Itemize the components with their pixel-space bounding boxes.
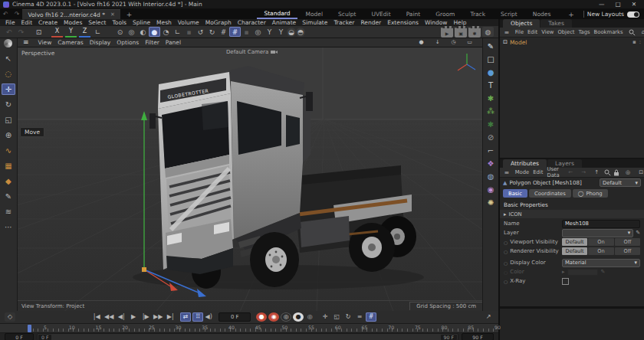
isolate-icon[interactable]: ◒: [287, 28, 296, 37]
target-icon[interactable]: ◎: [623, 169, 633, 176]
redo-icon[interactable]: ↷: [15, 27, 27, 37]
search-icon[interactable]: [604, 169, 611, 176]
volume-icon[interactable]: ❖: [485, 158, 497, 168]
layout-tab-nodes[interactable]: Nodes: [526, 10, 557, 18]
forward-arrow-icon[interactable]: →: [578, 169, 589, 176]
spline-boolean-icon[interactable]: ⌐: [485, 145, 497, 155]
param-circle-icon[interactable]: ○: [504, 249, 508, 254]
light-icon[interactable]: ✺: [485, 197, 497, 208]
range-slider[interactable]: 0 F 90 F: [37, 333, 458, 340]
live-selection-tool[interactable]: ◌: [2, 68, 15, 80]
menu-item[interactable]: Simulate: [299, 19, 330, 26]
lock-icon[interactable]: [613, 169, 620, 176]
render-picture-viewer-button[interactable]: ▣: [455, 26, 467, 38]
keyframe-snap-button[interactable]: #: [366, 312, 376, 322]
home-icon[interactable]: ⌂: [638, 29, 644, 36]
simulation-mode-icon[interactable]: ●: [149, 27, 160, 37]
range-start-field[interactable]: 0 F: [5, 333, 34, 340]
document-tab-close-icon[interactable]: ✕: [110, 11, 115, 18]
keying-settings-button[interactable]: ◎: [304, 312, 315, 322]
vv-default-button[interactable]: Default: [562, 238, 587, 246]
render-settings-button[interactable]: ✱: [468, 26, 481, 38]
axis-y-button[interactable]: Y: [65, 27, 77, 38]
object-tree-row[interactable]: ⊡ Model ▪ :: [500, 38, 644, 47]
workplane-icon[interactable]: Y: [264, 27, 275, 37]
history-icon[interactable]: ⊡: [33, 27, 44, 37]
next-key-button[interactable]: ▶▶: [153, 312, 163, 322]
rv-default-button[interactable]: Default: [562, 247, 587, 255]
coord-system-icon[interactable]: ∟: [92, 27, 104, 37]
snap-icon[interactable]: #: [218, 27, 229, 37]
viewport-menu-item[interactable]: View: [34, 39, 54, 46]
rv-on-button[interactable]: On: [588, 247, 613, 255]
render-region-icon[interactable]: ◍: [482, 27, 494, 37]
play-button[interactable]: ▶: [128, 312, 139, 322]
maximize-button[interactable]: □: [616, 1, 621, 8]
layout-tab-groom[interactable]: Groom: [429, 10, 462, 18]
snap-tool[interactable]: ∿: [2, 145, 15, 156]
back-arrow-icon[interactable]: ←: [565, 169, 576, 176]
spline-pen-icon[interactable]: ✎: [485, 41, 497, 51]
redo-icon[interactable]: ↷: [12, 11, 23, 18]
layer-chip-icon[interactable]: ▪: [632, 39, 636, 45]
document-tab[interactable]: Volvo fh16 2...nterior.c4d * ✕: [22, 9, 120, 20]
deformer-icon[interactable]: ✱: [485, 119, 497, 129]
keyframe-selection-button[interactable]: ◎: [281, 312, 291, 322]
objects-menu-item[interactable]: File: [513, 29, 525, 35]
object-name-label[interactable]: Model: [510, 39, 527, 46]
snap-enabled-icon[interactable]: #: [229, 27, 241, 37]
menu-item[interactable]: Volume: [175, 19, 202, 26]
xray-checkbox[interactable]: [562, 278, 569, 285]
autokeying-button[interactable]: ◉: [268, 312, 279, 322]
objects-hamburger-icon[interactable]: ≡: [502, 29, 511, 36]
menu-item[interactable]: Create: [35, 19, 61, 26]
layout-tab-sculpt[interactable]: Sculpt: [331, 10, 363, 18]
knife-tool[interactable]: ◆: [2, 175, 15, 187]
range-slider-start[interactable]: 0 F: [38, 335, 51, 340]
goto-end-button[interactable]: ▶|: [165, 312, 176, 322]
objects-menu-item[interactable]: Edit: [526, 29, 540, 35]
prev-frame-button[interactable]: ◀|: [116, 312, 127, 322]
fcurve-editor-icon[interactable]: ↗: [483, 312, 494, 322]
layout-tab-paint[interactable]: Paint: [399, 10, 428, 18]
isolate-single-icon[interactable]: ◓: [296, 28, 305, 37]
text-icon[interactable]: T: [485, 80, 497, 90]
menu-item[interactable]: Tracker: [330, 19, 357, 26]
chip-coordinates[interactable]: Coordinates: [529, 189, 571, 198]
menu-item[interactable]: Extensions: [384, 19, 422, 26]
icon-group-row[interactable]: ▸ ICON: [500, 210, 644, 218]
attributes-menu-item[interactable]: User Data: [545, 166, 561, 178]
objects-menu-item[interactable]: Object: [556, 29, 577, 35]
viewport-canvas[interactable]: GLOBETROTTER: [18, 47, 482, 311]
minimize-button[interactable]: —: [599, 1, 605, 8]
objects-menu-item[interactable]: Tags: [577, 29, 592, 35]
layout-toggle[interactable]: [627, 11, 639, 18]
timeline-ruler[interactable]: 51015202530354045505560657075808590: [0, 324, 498, 333]
axis-z-button[interactable]: Z: [79, 27, 90, 38]
modeling-settings-tool[interactable]: ▦: [2, 160, 15, 172]
axis-mode-icon[interactable]: ∟: [172, 27, 183, 37]
empty-slot-icon[interactable]: ▪: [183, 27, 195, 37]
record-position-button[interactable]: ✛: [320, 312, 330, 322]
coord-object-icon[interactable]: ↺: [195, 27, 206, 37]
name-input[interactable]: [562, 220, 640, 228]
viewport-solo-icon[interactable]: ⊙: [114, 27, 126, 37]
menu-item[interactable]: Mesh: [153, 19, 175, 26]
move-tool[interactable]: ✛: [2, 83, 15, 95]
audio-icon[interactable]: ◀): [203, 312, 214, 322]
viewport-hamburger-icon[interactable]: ≡: [20, 38, 32, 46]
objects-menu-item[interactable]: View: [540, 29, 556, 35]
axis-x-button[interactable]: X: [51, 27, 63, 38]
layer-edit-icon[interactable]: ✎: [633, 230, 640, 236]
menu-item[interactable]: Tools: [110, 19, 130, 26]
screen-icon[interactable]: ▭: [462, 38, 477, 46]
cloner-icon[interactable]: ⁂: [485, 106, 497, 116]
primitive-sphere-icon[interactable]: ●: [485, 67, 497, 77]
c4d-logo-icon[interactable]: [4, 39, 12, 47]
close-button[interactable]: ✕: [632, 1, 636, 8]
menu-item[interactable]: Window: [422, 19, 451, 26]
menu-item[interactable]: Select: [85, 19, 109, 26]
viewport-menu-item[interactable]: Display: [87, 39, 114, 46]
workplane-lock-icon[interactable]: Y: [275, 27, 287, 37]
tab-objects[interactable]: Objects: [503, 19, 540, 28]
